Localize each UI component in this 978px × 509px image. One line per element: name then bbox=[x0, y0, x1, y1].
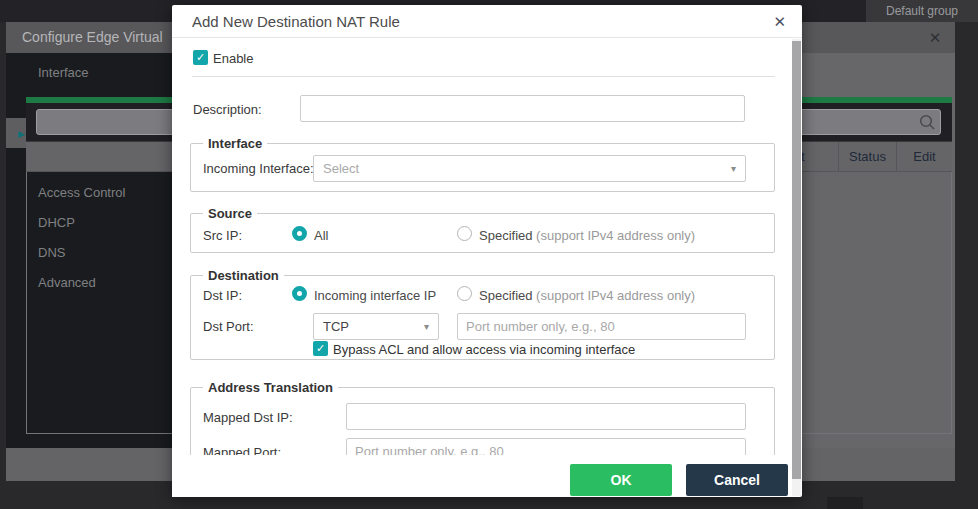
dst-ip-specified-radio[interactable] bbox=[457, 286, 472, 301]
group-selector[interactable]: Default group bbox=[866, 0, 978, 22]
description-label: Description: bbox=[193, 102, 262, 117]
interface-section: Interface Incoming Interface: Select ▾ bbox=[190, 143, 775, 192]
src-ip-specified-radio[interactable] bbox=[457, 226, 472, 241]
add-destination-nat-rule-modal: Add New Destination NAT Rule ✕ ✓ Enable … bbox=[172, 5, 802, 497]
description-input[interactable] bbox=[300, 95, 745, 122]
ok-button[interactable]: OK bbox=[570, 464, 672, 496]
modal-footer: OK Cancel bbox=[172, 455, 793, 497]
incoming-interface-label: Incoming Interface: bbox=[203, 161, 314, 176]
dst-ip-incoming-radio[interactable] bbox=[292, 286, 307, 301]
specified-text: Specified bbox=[479, 228, 532, 243]
active-arrow-icon: ▶ bbox=[18, 119, 25, 149]
src-ip-all-radio[interactable] bbox=[292, 226, 307, 241]
close-icon[interactable]: ✕ bbox=[925, 22, 945, 53]
sidebar-item-interface[interactable]: Interface bbox=[6, 58, 172, 88]
page-bottom-element bbox=[827, 497, 863, 509]
bypass-acl-label: Bypass ACL and allow access via incoming… bbox=[333, 342, 635, 357]
enable-checkbox[interactable]: ✓ bbox=[193, 50, 208, 65]
source-legend: Source bbox=[203, 206, 257, 221]
destination-section: Destination Dst IP: Incoming interface I… bbox=[190, 275, 775, 360]
modal-header: Add New Destination NAT Rule ✕ bbox=[172, 5, 802, 38]
specified-text: Specified bbox=[479, 288, 532, 303]
dst-port-input[interactable] bbox=[457, 313, 746, 340]
dst-ip-specified-label: Specified (support IPv4 address only) bbox=[479, 288, 695, 303]
interface-legend: Interface bbox=[203, 136, 267, 151]
column-header-edit: Edit bbox=[896, 142, 952, 171]
divider bbox=[192, 76, 775, 77]
search-icon bbox=[918, 113, 936, 131]
incoming-interface-select[interactable]: Select ▾ bbox=[313, 155, 746, 182]
column-header-status: Status bbox=[838, 142, 896, 171]
source-section: Source Src IP: All Specified (support IP… bbox=[190, 213, 775, 253]
mapped-dst-ip-label: Mapped Dst IP: bbox=[203, 410, 293, 425]
close-icon[interactable]: ✕ bbox=[773, 5, 786, 38]
configure-edge-dialog-title: Configure Edge Virtual bbox=[22, 22, 163, 53]
dst-port-label: Dst Port: bbox=[203, 319, 254, 334]
src-ip-specified-label: Specified (support IPv4 address only) bbox=[479, 228, 695, 243]
modal-scrollbar-thumb[interactable] bbox=[792, 41, 801, 479]
src-ip-label: Src IP: bbox=[203, 228, 242, 243]
protocol-select[interactable]: TCP ▾ bbox=[313, 313, 439, 340]
select-placeholder: Select bbox=[323, 156, 359, 181]
dst-ip-incoming-label: Incoming interface IP bbox=[314, 288, 436, 303]
dst-ip-label: Dst IP: bbox=[203, 288, 242, 303]
specified-hint: (support IPv4 address only) bbox=[536, 228, 695, 243]
sidebar-item-label: Interface bbox=[38, 65, 89, 80]
destination-legend: Destination bbox=[203, 268, 284, 283]
modal-title: Add New Destination NAT Rule bbox=[192, 5, 400, 38]
chevron-down-icon: ▾ bbox=[424, 314, 429, 339]
protocol-selected-value: TCP bbox=[323, 314, 349, 339]
bypass-acl-checkbox[interactable]: ✓ bbox=[313, 341, 328, 356]
mapped-dst-ip-input[interactable] bbox=[346, 403, 746, 430]
specified-hint: (support IPv4 address only) bbox=[536, 288, 695, 303]
address-translation-legend: Address Translation bbox=[203, 380, 338, 395]
src-ip-all-label: All bbox=[314, 228, 328, 243]
cancel-button[interactable]: Cancel bbox=[686, 464, 788, 496]
modal-scrollbar-track bbox=[792, 39, 801, 496]
chevron-down-icon: ▾ bbox=[731, 156, 736, 181]
enable-label: Enable bbox=[213, 51, 253, 66]
